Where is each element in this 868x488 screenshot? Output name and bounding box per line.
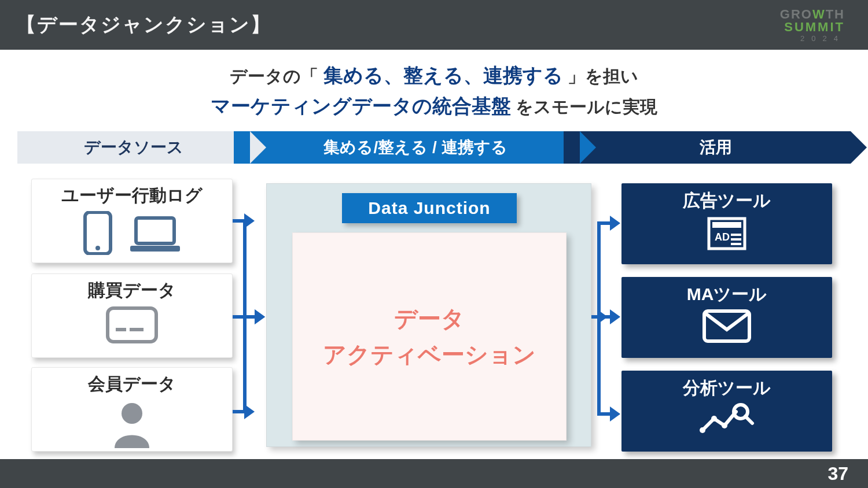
stage-2: 集める/整える / 連携する bbox=[234, 131, 580, 164]
svg-point-16 bbox=[711, 416, 717, 422]
svg-line-19 bbox=[745, 416, 752, 423]
footer-bar: 37 bbox=[0, 459, 868, 488]
activation-box: データ アクティベーション bbox=[292, 232, 567, 441]
header-bar: 【データジャンクション】 GROWTH SUMMIT 2024 bbox=[0, 0, 868, 50]
svg-point-7 bbox=[122, 403, 142, 424]
mail-icon bbox=[621, 309, 832, 346]
center-panel: Data Junction データ アクティベーション bbox=[266, 183, 591, 447]
source-member-title: 会員データ bbox=[32, 372, 232, 396]
page-title: 【データジャンクション】 bbox=[16, 12, 271, 38]
svg-point-15 bbox=[700, 427, 705, 433]
svg-text:AD: AD bbox=[715, 231, 730, 243]
analytics-icon bbox=[621, 402, 832, 439]
svg-rect-2 bbox=[136, 218, 174, 243]
event-logo: GROWTH SUMMIT 2024 bbox=[780, 8, 845, 42]
logo-text-3: 2024 bbox=[780, 35, 845, 42]
stage-3: 活用 bbox=[564, 131, 851, 164]
arrow-out3 bbox=[597, 412, 610, 416]
diagram-canvas: ユーザー行動ログ 購買データ 会員データ bbox=[17, 179, 851, 456]
svg-rect-5 bbox=[116, 328, 126, 331]
data-junction-badge: Data Junction bbox=[342, 193, 517, 223]
stage-row: データソース 集める/整える / 連携する 活用 bbox=[17, 131, 851, 164]
svg-rect-13 bbox=[731, 243, 741, 245]
arrow-into-center bbox=[243, 315, 255, 319]
source-purchase-title: 購買データ bbox=[32, 279, 232, 302]
right-bus bbox=[597, 221, 601, 416]
output-ads: 広告ツール AD bbox=[621, 183, 832, 264]
source-purchase: 購買データ bbox=[31, 273, 233, 358]
credit-card-icon bbox=[105, 306, 159, 346]
subtitle: データの「 集める、整える、連携する 」を担い マーケティングデータの統合基盤 … bbox=[0, 60, 868, 121]
svg-rect-9 bbox=[712, 222, 741, 228]
output-analytics-title: 分析ツール bbox=[621, 376, 832, 400]
subtitle-post1: 」を担い bbox=[568, 66, 638, 86]
smartphone-icon bbox=[82, 211, 114, 257]
source-userlog: ユーザー行動ログ bbox=[31, 179, 233, 263]
arrow-out-center bbox=[591, 315, 597, 319]
svg-rect-4 bbox=[108, 308, 156, 342]
activation-line2: アクティベーション bbox=[323, 342, 536, 367]
ad-icon: AD bbox=[621, 215, 832, 254]
laptop-icon bbox=[128, 215, 182, 257]
arrow-out1 bbox=[597, 221, 610, 225]
svg-point-1 bbox=[95, 246, 100, 250]
source-member: 会員データ bbox=[31, 367, 233, 452]
output-ma: MAツール bbox=[621, 277, 832, 358]
logo-text-2: SUMMIT bbox=[780, 21, 845, 34]
activation-line1: データ bbox=[394, 306, 465, 331]
arrow-src1 bbox=[233, 219, 244, 223]
source-userlog-title: ユーザー行動ログ bbox=[32, 184, 232, 208]
subtitle-pre1: データの「 bbox=[230, 66, 318, 86]
output-ma-title: MAツール bbox=[621, 283, 832, 306]
logo-text-1b: TH bbox=[826, 7, 845, 21]
logo-accent-icon: W bbox=[812, 7, 826, 21]
svg-rect-3 bbox=[130, 246, 180, 252]
subtitle-hl1: 集める、整える、連携する bbox=[323, 64, 563, 86]
subtitle-post2: をスモールに実現 bbox=[516, 97, 657, 116]
arrow-out2 bbox=[597, 315, 610, 319]
output-analytics: 分析ツール bbox=[621, 371, 832, 452]
subtitle-hl2: マーケティングデータの統合基盤 bbox=[211, 95, 511, 117]
svg-rect-12 bbox=[731, 238, 741, 241]
svg-rect-11 bbox=[731, 234, 741, 236]
svg-point-17 bbox=[722, 423, 727, 428]
arrow-src3 bbox=[233, 410, 244, 413]
output-ads-title: 広告ツール bbox=[621, 189, 832, 213]
logo-text-1a: GRO bbox=[780, 7, 812, 21]
page-number: 37 bbox=[827, 463, 848, 485]
person-icon bbox=[110, 400, 154, 450]
stage-1: データソース bbox=[17, 131, 250, 164]
svg-rect-6 bbox=[130, 328, 144, 331]
